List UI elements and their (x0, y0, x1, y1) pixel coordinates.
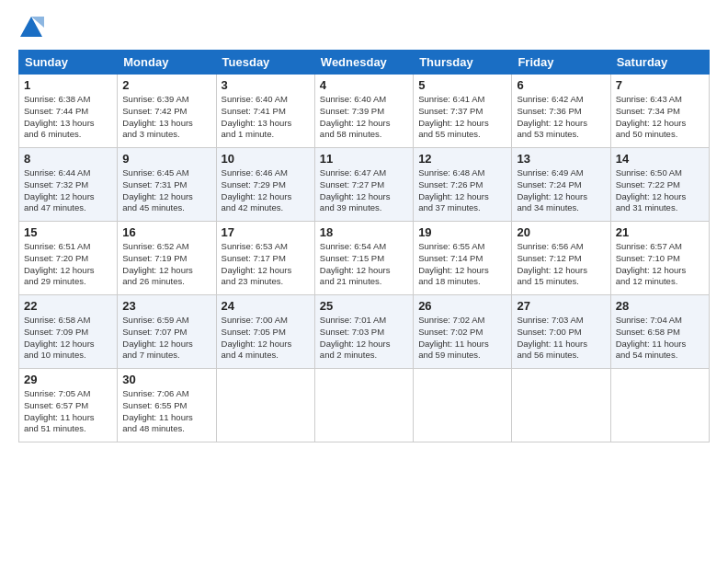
day-info: Sunrise: 6:58 AM Sunset: 7:09 PM Dayligh… (24, 315, 112, 362)
calendar-cell: 22Sunrise: 6:58 AM Sunset: 7:09 PM Dayli… (19, 295, 118, 369)
calendar-cell: 20Sunrise: 6:56 AM Sunset: 7:12 PM Dayli… (512, 222, 610, 295)
calendar-week-2: 8Sunrise: 6:44 AM Sunset: 7:32 PM Daylig… (19, 148, 710, 222)
calendar-page: SundayMondayTuesdayWednesdayThursdayFrid… (0, 0, 728, 563)
day-info: Sunrise: 7:02 AM Sunset: 7:02 PM Dayligh… (418, 315, 506, 362)
day-number: 5 (418, 78, 506, 92)
calendar-header-thursday: Thursday (414, 51, 512, 75)
day-number: 23 (122, 299, 210, 313)
day-info: Sunrise: 6:44 AM Sunset: 7:32 PM Dayligh… (24, 167, 112, 214)
calendar-cell: 9Sunrise: 6:45 AM Sunset: 7:31 PM Daylig… (118, 148, 216, 222)
day-info: Sunrise: 6:51 AM Sunset: 7:20 PM Dayligh… (24, 241, 112, 288)
day-info: Sunrise: 6:43 AM Sunset: 7:34 PM Dayligh… (616, 94, 704, 141)
calendar-cell (314, 369, 413, 442)
calendar-cell (512, 369, 610, 442)
day-number: 18 (320, 225, 408, 239)
day-info: Sunrise: 6:54 AM Sunset: 7:15 PM Dayligh… (320, 241, 408, 288)
logo-icon (18, 15, 44, 40)
header (18, 15, 710, 40)
calendar-cell: 28Sunrise: 7:04 AM Sunset: 6:58 PM Dayli… (610, 295, 709, 369)
day-info: Sunrise: 6:45 AM Sunset: 7:31 PM Dayligh… (122, 167, 210, 214)
calendar-cell: 11Sunrise: 6:47 AM Sunset: 7:27 PM Dayli… (314, 148, 413, 222)
calendar-cell: 14Sunrise: 6:50 AM Sunset: 7:22 PM Dayli… (610, 148, 709, 222)
calendar-header-sunday: Sunday (19, 51, 118, 75)
day-number: 6 (517, 78, 605, 92)
calendar-cell: 5Sunrise: 6:41 AM Sunset: 7:37 PM Daylig… (414, 75, 512, 148)
day-info: Sunrise: 6:49 AM Sunset: 7:24 PM Dayligh… (517, 167, 605, 214)
day-number: 9 (122, 152, 210, 166)
day-info: Sunrise: 6:48 AM Sunset: 7:26 PM Dayligh… (418, 167, 506, 214)
day-number: 17 (222, 225, 310, 239)
day-number: 20 (517, 225, 605, 239)
day-info: Sunrise: 6:52 AM Sunset: 7:19 PM Dayligh… (122, 241, 210, 288)
day-info: Sunrise: 6:40 AM Sunset: 7:39 PM Dayligh… (320, 94, 408, 141)
day-number: 29 (24, 373, 112, 386)
calendar-cell: 27Sunrise: 7:03 AM Sunset: 7:00 PM Dayli… (512, 295, 610, 369)
day-info: Sunrise: 6:57 AM Sunset: 7:10 PM Dayligh… (616, 241, 704, 288)
day-info: Sunrise: 6:53 AM Sunset: 7:17 PM Dayligh… (222, 241, 310, 288)
calendar-week-5: 29Sunrise: 7:05 AM Sunset: 6:57 PM Dayli… (19, 369, 710, 442)
calendar-table: SundayMondayTuesdayWednesdayThursdayFrid… (18, 50, 710, 442)
calendar-header-friday: Friday (512, 51, 610, 75)
day-number: 27 (517, 299, 605, 313)
calendar-cell: 21Sunrise: 6:57 AM Sunset: 7:10 PM Dayli… (610, 222, 709, 295)
calendar-header-monday: Monday (118, 51, 216, 75)
day-info: Sunrise: 6:59 AM Sunset: 7:07 PM Dayligh… (122, 315, 210, 362)
calendar-cell: 26Sunrise: 7:02 AM Sunset: 7:02 PM Dayli… (414, 295, 512, 369)
calendar-week-1: 1Sunrise: 6:38 AM Sunset: 7:44 PM Daylig… (19, 75, 710, 148)
calendar-cell: 8Sunrise: 6:44 AM Sunset: 7:32 PM Daylig… (19, 148, 118, 222)
day-number: 4 (320, 78, 408, 92)
calendar-cell: 4Sunrise: 6:40 AM Sunset: 7:39 PM Daylig… (314, 75, 413, 148)
day-info: Sunrise: 6:40 AM Sunset: 7:41 PM Dayligh… (222, 94, 310, 141)
day-number: 1 (24, 78, 112, 92)
calendar-week-3: 15Sunrise: 6:51 AM Sunset: 7:20 PM Dayli… (19, 222, 710, 295)
day-info: Sunrise: 7:06 AM Sunset: 6:55 PM Dayligh… (122, 388, 210, 435)
day-number: 22 (24, 299, 112, 313)
day-info: Sunrise: 7:04 AM Sunset: 6:58 PM Dayligh… (616, 315, 704, 362)
calendar-cell: 7Sunrise: 6:43 AM Sunset: 7:34 PM Daylig… (610, 75, 709, 148)
calendar-cell (610, 369, 709, 442)
day-number: 28 (616, 299, 704, 313)
day-info: Sunrise: 7:00 AM Sunset: 7:05 PM Dayligh… (222, 315, 310, 362)
day-number: 26 (418, 299, 506, 313)
day-number: 21 (616, 225, 704, 239)
day-info: Sunrise: 6:56 AM Sunset: 7:12 PM Dayligh… (517, 241, 605, 288)
calendar-cell: 10Sunrise: 6:46 AM Sunset: 7:29 PM Dayli… (216, 148, 314, 222)
day-info: Sunrise: 7:05 AM Sunset: 6:57 PM Dayligh… (24, 388, 112, 435)
day-info: Sunrise: 6:55 AM Sunset: 7:14 PM Dayligh… (418, 241, 506, 288)
calendar-cell: 6Sunrise: 6:42 AM Sunset: 7:36 PM Daylig… (512, 75, 610, 148)
day-info: Sunrise: 6:38 AM Sunset: 7:44 PM Dayligh… (24, 94, 112, 141)
calendar-cell: 15Sunrise: 6:51 AM Sunset: 7:20 PM Dayli… (19, 222, 118, 295)
day-number: 2 (122, 78, 210, 92)
day-number: 25 (320, 299, 408, 313)
calendar-header-wednesday: Wednesday (314, 51, 413, 75)
day-number: 13 (517, 152, 605, 166)
calendar-cell: 30Sunrise: 7:06 AM Sunset: 6:55 PM Dayli… (118, 369, 216, 442)
calendar-cell: 19Sunrise: 6:55 AM Sunset: 7:14 PM Dayli… (414, 222, 512, 295)
calendar-cell: 16Sunrise: 6:52 AM Sunset: 7:19 PM Dayli… (118, 222, 216, 295)
calendar-cell: 13Sunrise: 6:49 AM Sunset: 7:24 PM Dayli… (512, 148, 610, 222)
calendar-week-4: 22Sunrise: 6:58 AM Sunset: 7:09 PM Dayli… (19, 295, 710, 369)
calendar-cell (216, 369, 314, 442)
day-number: 14 (616, 152, 704, 166)
day-number: 16 (122, 225, 210, 239)
day-info: Sunrise: 6:41 AM Sunset: 7:37 PM Dayligh… (418, 94, 506, 141)
day-info: Sunrise: 6:46 AM Sunset: 7:29 PM Dayligh… (222, 167, 310, 214)
calendar-cell: 1Sunrise: 6:38 AM Sunset: 7:44 PM Daylig… (19, 75, 118, 148)
day-info: Sunrise: 6:42 AM Sunset: 7:36 PM Dayligh… (517, 94, 605, 141)
calendar-cell: 12Sunrise: 6:48 AM Sunset: 7:26 PM Dayli… (414, 148, 512, 222)
calendar-cell: 17Sunrise: 6:53 AM Sunset: 7:17 PM Dayli… (216, 222, 314, 295)
calendar-cell: 29Sunrise: 7:05 AM Sunset: 6:57 PM Dayli… (19, 369, 118, 442)
day-number: 12 (418, 152, 506, 166)
day-info: Sunrise: 6:47 AM Sunset: 7:27 PM Dayligh… (320, 167, 408, 214)
day-number: 3 (222, 78, 310, 92)
day-info: Sunrise: 7:03 AM Sunset: 7:00 PM Dayligh… (517, 315, 605, 362)
calendar-cell: 25Sunrise: 7:01 AM Sunset: 7:03 PM Dayli… (314, 295, 413, 369)
day-number: 30 (122, 373, 210, 386)
calendar-cell: 23Sunrise: 6:59 AM Sunset: 7:07 PM Dayli… (118, 295, 216, 369)
day-number: 24 (222, 299, 310, 313)
calendar-cell: 3Sunrise: 6:40 AM Sunset: 7:41 PM Daylig… (216, 75, 314, 148)
logo (18, 15, 48, 40)
day-info: Sunrise: 6:50 AM Sunset: 7:22 PM Dayligh… (616, 167, 704, 214)
calendar-cell: 24Sunrise: 7:00 AM Sunset: 7:05 PM Dayli… (216, 295, 314, 369)
day-number: 11 (320, 152, 408, 166)
